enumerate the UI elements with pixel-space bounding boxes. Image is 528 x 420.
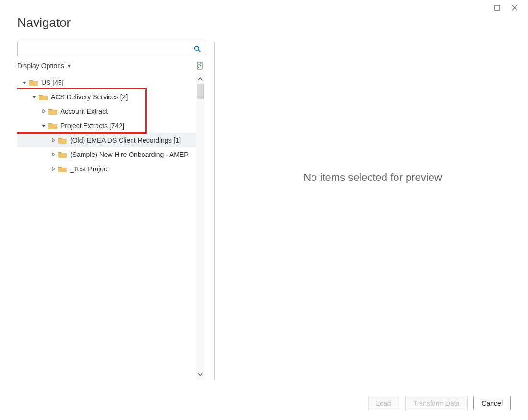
- scrollbar-thumb[interactable]: [197, 84, 204, 99]
- dialog-footer: Load Transform Data Cancel: [0, 386, 528, 420]
- panel-divider: [214, 42, 215, 380]
- expand-icon[interactable]: [50, 137, 57, 144]
- expand-icon[interactable]: [50, 166, 57, 172]
- folder-icon: [58, 151, 67, 158]
- tree-item-label: US [45]: [41, 79, 64, 86]
- tree-item-label: (Sample) New Hire Onboarding - AMER: [70, 151, 189, 158]
- collapse-icon[interactable]: [40, 122, 47, 129]
- navigator-panel: Display Options ▼ US [45]ACS Delivery Se…: [17, 42, 204, 380]
- tree-item-label: Project Extracts [742]: [60, 122, 124, 130]
- tree-item-label: Account Extract: [60, 108, 108, 115]
- tree-item[interactable]: Project Extracts [742]: [17, 119, 196, 133]
- tree-item-label: (Old) EMEA DS Client Recordings [1]: [70, 136, 181, 144]
- folder-icon: [39, 94, 48, 100]
- collapse-icon[interactable]: [21, 79, 28, 86]
- folder-icon: [29, 79, 38, 86]
- display-options-dropdown[interactable]: Display Options ▼: [17, 62, 72, 70]
- expand-icon[interactable]: [40, 108, 47, 115]
- scrollbar-track[interactable]: [196, 84, 204, 370]
- collapse-icon[interactable]: [31, 94, 37, 100]
- folder-tree: US [45]ACS Delivery Services [2]Account …: [17, 73, 196, 380]
- folder-icon: [58, 166, 67, 172]
- search-icon[interactable]: [191, 42, 204, 56]
- folder-icon: [48, 122, 57, 129]
- scroll-down-icon[interactable]: [196, 370, 204, 379]
- tree-scrollbar[interactable]: [196, 73, 204, 380]
- page-title: Navigator: [17, 15, 511, 30]
- window-titlebar: [0, 0, 528, 15]
- tree-item[interactable]: (Sample) New Hire Onboarding - AMER: [17, 147, 196, 162]
- tree-item[interactable]: (Old) EMEA DS Client Recordings [1]: [17, 133, 196, 147]
- transform-data-button[interactable]: Transform Data: [405, 396, 468, 410]
- load-button[interactable]: Load: [368, 396, 399, 410]
- tree-item-label: _Test Project: [70, 165, 109, 173]
- svg-rect-0: [495, 5, 500, 10]
- tree-item[interactable]: Account Extract: [17, 104, 196, 119]
- chevron-down-icon: ▼: [67, 63, 72, 69]
- tree-item[interactable]: ACS Delivery Services [2]: [17, 90, 196, 104]
- tree-item-label: ACS Delivery Services [2]: [51, 93, 128, 101]
- folder-icon: [58, 137, 67, 144]
- cancel-button[interactable]: Cancel: [473, 396, 511, 410]
- expand-icon[interactable]: [50, 151, 57, 158]
- folder-icon: [48, 108, 57, 115]
- svg-line-4: [198, 50, 200, 52]
- close-button[interactable]: [506, 1, 523, 14]
- tree-item[interactable]: US [45]: [17, 75, 196, 90]
- preview-empty-text: No items selected for preview: [303, 171, 442, 184]
- preview-panel: No items selected for preview: [223, 42, 522, 380]
- search-input[interactable]: [18, 42, 191, 56]
- tree-item[interactable]: _Test Project: [17, 162, 196, 176]
- scroll-up-icon[interactable]: [196, 74, 204, 84]
- display-options-label: Display Options: [17, 62, 64, 70]
- maximize-button[interactable]: [489, 1, 506, 14]
- search-box: [17, 42, 204, 56]
- refresh-icon[interactable]: [195, 61, 204, 71]
- svg-point-3: [194, 46, 199, 50]
